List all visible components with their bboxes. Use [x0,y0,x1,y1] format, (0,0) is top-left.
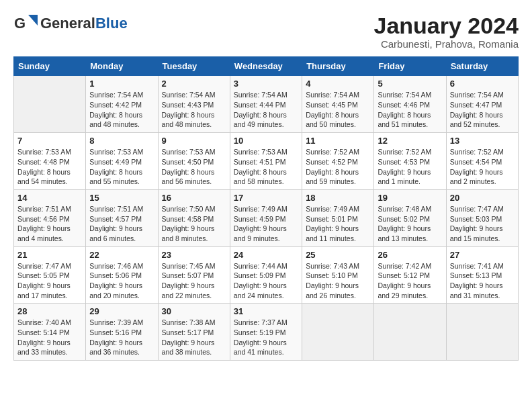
logo: G GeneralBlue [13,13,128,34]
day-info: Sunrise: 7:40 AMSunset: 5:14 PMDaylight:… [17,318,82,357]
day-cell: 15Sunrise: 7:51 AMSunset: 4:57 PMDayligh… [86,189,158,246]
day-number: 4 [306,79,370,89]
week-row-3: 21Sunrise: 7:47 AMSunset: 5:05 PMDayligh… [14,246,519,304]
day-cell: 6Sunrise: 7:54 AMSunset: 4:47 PMDaylight… [446,76,518,133]
day-info: Sunrise: 7:53 AMSunset: 4:51 PMDaylight:… [234,147,298,187]
day-cell: 18Sunrise: 7:49 AMSunset: 5:01 PMDayligh… [302,189,374,246]
day-number: 25 [306,250,370,260]
header-monday: Monday [86,57,158,76]
week-row-4: 28Sunrise: 7:40 AMSunset: 5:14 PMDayligh… [14,304,519,361]
day-cell: 30Sunrise: 7:38 AMSunset: 5:17 PMDayligh… [158,304,230,361]
day-cell: 27Sunrise: 7:41 AMSunset: 5:13 PMDayligh… [446,246,518,304]
day-info: Sunrise: 7:41 AMSunset: 5:13 PMDaylight:… [450,261,515,301]
day-cell: 28Sunrise: 7:40 AMSunset: 5:14 PMDayligh… [14,304,86,361]
header-thursday: Thursday [302,57,374,76]
header-friday: Friday [374,57,446,76]
day-number: 14 [17,193,82,203]
day-info: Sunrise: 7:54 AMSunset: 4:42 PMDaylight:… [89,90,154,130]
day-info: Sunrise: 7:52 AMSunset: 4:52 PMDaylight:… [306,147,370,187]
day-number: 24 [234,250,298,260]
day-info: Sunrise: 7:51 AMSunset: 4:57 PMDaylight:… [89,204,154,244]
day-info: Sunrise: 7:46 AMSunset: 5:06 PMDaylight:… [89,261,154,301]
day-number: 10 [234,136,298,146]
day-info: Sunrise: 7:54 AMSunset: 4:45 PMDaylight:… [306,90,370,130]
day-cell [446,304,518,361]
day-cell: 31Sunrise: 7:37 AMSunset: 5:19 PMDayligh… [230,304,302,361]
page-header: G GeneralBlue January 2024 Carbunesti, P… [13,13,519,50]
logo-general: General [40,15,95,32]
day-cell: 1Sunrise: 7:54 AMSunset: 4:42 PMDaylight… [86,76,158,133]
day-cell: 9Sunrise: 7:53 AMSunset: 4:50 PMDaylight… [158,133,230,190]
day-info: Sunrise: 7:51 AMSunset: 4:56 PMDaylight:… [17,204,82,244]
day-number: 30 [162,306,226,316]
day-number: 16 [162,193,226,203]
day-info: Sunrise: 7:52 AMSunset: 4:53 PMDaylight:… [378,147,442,187]
day-cell: 3Sunrise: 7:54 AMSunset: 4:44 PMDaylight… [230,76,302,133]
day-number: 29 [89,306,154,316]
header-wednesday: Wednesday [230,57,302,76]
day-info: Sunrise: 7:54 AMSunset: 4:47 PMDaylight:… [450,90,515,130]
day-info: Sunrise: 7:52 AMSunset: 4:54 PMDaylight:… [450,147,515,187]
svg-text:G: G [14,15,26,32]
day-number: 23 [162,250,226,260]
day-info: Sunrise: 7:47 AMSunset: 5:03 PMDaylight:… [450,204,515,244]
day-number: 17 [234,193,298,203]
day-info: Sunrise: 7:49 AMSunset: 4:59 PMDaylight:… [234,204,298,244]
day-number: 19 [378,193,442,203]
day-info: Sunrise: 7:45 AMSunset: 5:07 PMDaylight:… [162,261,226,301]
day-cell: 19Sunrise: 7:48 AMSunset: 5:02 PMDayligh… [374,189,446,246]
day-info: Sunrise: 7:53 AMSunset: 4:48 PMDaylight:… [17,147,82,187]
day-cell: 8Sunrise: 7:53 AMSunset: 4:49 PMDaylight… [86,133,158,190]
day-info: Sunrise: 7:53 AMSunset: 4:49 PMDaylight:… [89,147,154,187]
day-number: 18 [306,193,370,203]
week-row-0: 1Sunrise: 7:54 AMSunset: 4:42 PMDaylight… [14,76,519,133]
header-tuesday: Tuesday [158,57,230,76]
day-info: Sunrise: 7:48 AMSunset: 5:02 PMDaylight:… [378,204,442,244]
day-info: Sunrise: 7:39 AMSunset: 5:16 PMDaylight:… [89,318,154,357]
day-cell: 25Sunrise: 7:43 AMSunset: 5:10 PMDayligh… [302,246,374,304]
day-cell: 22Sunrise: 7:46 AMSunset: 5:06 PMDayligh… [86,246,158,304]
day-info: Sunrise: 7:44 AMSunset: 5:09 PMDaylight:… [234,261,298,301]
day-cell: 7Sunrise: 7:53 AMSunset: 4:48 PMDaylight… [14,133,86,190]
day-cell: 24Sunrise: 7:44 AMSunset: 5:09 PMDayligh… [230,246,302,304]
day-number: 11 [306,136,370,146]
logo-icon: G [13,13,38,34]
day-cell: 4Sunrise: 7:54 AMSunset: 4:45 PMDaylight… [302,76,374,133]
day-number: 7 [17,136,82,146]
day-cell: 20Sunrise: 7:47 AMSunset: 5:03 PMDayligh… [446,189,518,246]
day-cell: 17Sunrise: 7:49 AMSunset: 4:59 PMDayligh… [230,189,302,246]
day-cell: 21Sunrise: 7:47 AMSunset: 5:05 PMDayligh… [14,246,86,304]
day-cell [374,304,446,361]
day-cell: 29Sunrise: 7:39 AMSunset: 5:16 PMDayligh… [86,304,158,361]
day-number: 12 [378,136,442,146]
day-cell: 2Sunrise: 7:54 AMSunset: 4:43 PMDaylight… [158,76,230,133]
day-cell: 11Sunrise: 7:52 AMSunset: 4:52 PMDayligh… [302,133,374,190]
day-number: 27 [450,250,515,260]
calendar-table: SundayMondayTuesdayWednesdayThursdayFrid… [13,56,519,361]
day-number: 21 [17,250,82,260]
day-number: 31 [234,306,298,316]
day-info: Sunrise: 7:49 AMSunset: 5:01 PMDaylight:… [306,204,370,244]
day-info: Sunrise: 7:38 AMSunset: 5:17 PMDaylight:… [162,318,226,357]
day-number: 6 [450,79,515,89]
day-number: 9 [162,136,226,146]
day-number: 3 [234,79,298,89]
day-info: Sunrise: 7:47 AMSunset: 5:05 PMDaylight:… [17,261,82,301]
day-number: 26 [378,250,442,260]
day-number: 13 [450,136,515,146]
header-sunday: Sunday [14,57,86,76]
days-header-row: SundayMondayTuesdayWednesdayThursdayFrid… [14,57,519,76]
day-info: Sunrise: 7:54 AMSunset: 4:44 PMDaylight:… [234,90,298,130]
day-number: 15 [89,193,154,203]
logo-blue: Blue [95,15,128,32]
day-number: 8 [89,136,154,146]
day-cell: 5Sunrise: 7:54 AMSunset: 4:46 PMDaylight… [374,76,446,133]
day-info: Sunrise: 7:50 AMSunset: 4:58 PMDaylight:… [162,204,226,244]
title-block: January 2024 Carbunesti, Prahova, Romani… [374,13,519,50]
day-cell: 14Sunrise: 7:51 AMSunset: 4:56 PMDayligh… [14,189,86,246]
day-number: 28 [17,306,82,316]
day-cell: 10Sunrise: 7:53 AMSunset: 4:51 PMDayligh… [230,133,302,190]
header-saturday: Saturday [446,57,518,76]
day-number: 22 [89,250,154,260]
day-info: Sunrise: 7:54 AMSunset: 4:43 PMDaylight:… [162,90,226,130]
